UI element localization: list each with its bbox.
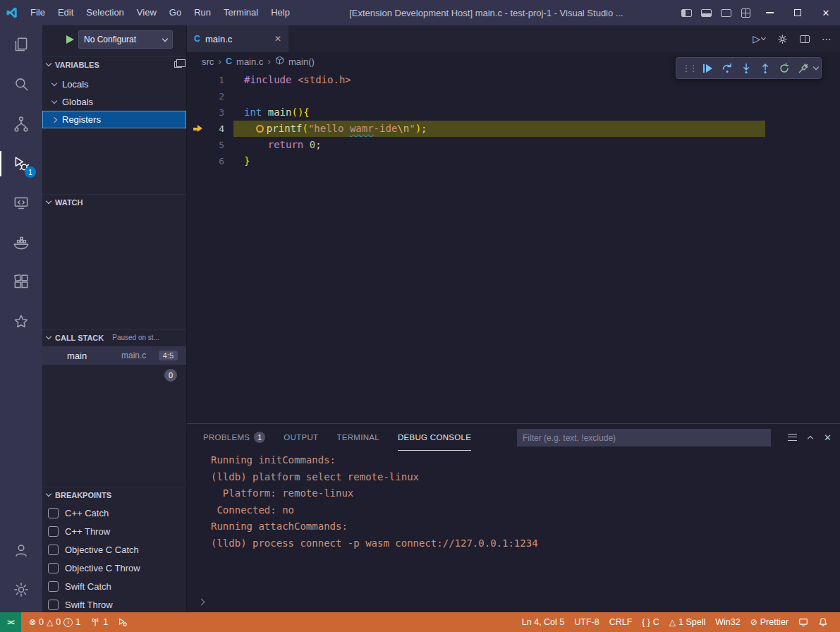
language-indicator[interactable]: { } C	[637, 612, 664, 632]
customize-layout-icon[interactable]	[736, 0, 755, 25]
menu-item[interactable]: View	[130, 0, 163, 25]
source-control-icon[interactable]	[0, 104, 42, 144]
step-over-icon[interactable]	[717, 59, 736, 78]
split-editor-icon[interactable]	[800, 35, 810, 43]
toolbar-drag-handle[interactable]: ⋮⋮	[679, 59, 698, 78]
inline-breakpoint-icon[interactable]	[256, 125, 264, 133]
platform-indicator[interactable]: Win32	[710, 612, 745, 632]
menu-item[interactable]: Selection	[80, 0, 130, 25]
tab-output[interactable]: OUTPUT	[284, 424, 318, 451]
console-input-prompt[interactable]	[199, 595, 204, 607]
code-line[interactable]: 3int main(){	[187, 104, 840, 121]
breakpoint-checkbox[interactable]	[48, 545, 59, 555]
close-tab-icon[interactable]: ✕	[274, 34, 281, 44]
remote-indicator[interactable]: ><	[0, 612, 21, 632]
step-into-icon[interactable]	[736, 59, 755, 78]
disconnect-icon[interactable]	[793, 59, 812, 78]
search-icon[interactable]	[0, 65, 42, 104]
prettier-status[interactable]: ⊘ Prettier	[745, 612, 793, 632]
gutter[interactable]: 2	[187, 88, 244, 104]
call-stack-frame[interactable]: main main.c 4:5	[42, 346, 186, 365]
close-button[interactable]: ✕	[812, 0, 840, 25]
code-lines[interactable]: 1#include <stdio.h>23int main(){4 printf…	[187, 71, 840, 423]
filter-lines-icon[interactable]	[788, 434, 797, 441]
gutter[interactable]: 1	[187, 72, 244, 88]
maximize-panel-icon[interactable]	[808, 436, 813, 442]
breakpoint-item[interactable]: Swift Throw	[42, 595, 186, 614]
menu-item[interactable]: Help	[264, 0, 296, 25]
problems-status[interactable]: ⊗ 0 △ 0 1	[24, 612, 85, 632]
breakpoint-checkbox[interactable]	[48, 508, 59, 518]
code-line[interactable]: 6}	[187, 153, 840, 169]
close-panel-icon[interactable]: ✕	[824, 432, 832, 443]
sections-icon[interactable]	[174, 61, 182, 68]
spell-checker-status[interactable]: △ 1 Spell	[664, 612, 710, 632]
debug-console-output[interactable]: Running initCommands:(lldb) platform sel…	[187, 452, 836, 594]
menu-item[interactable]: Terminal	[217, 0, 264, 25]
ports-status[interactable]: 1	[85, 612, 113, 632]
variables-item-globals[interactable]: Globals	[42, 93, 186, 111]
breadcrumb-folder[interactable]: src	[202, 56, 214, 67]
breakpoint-item[interactable]: Objective C Throw	[42, 559, 186, 577]
restart-icon[interactable]	[774, 59, 793, 78]
code-line[interactable]: 2	[187, 88, 840, 104]
watch-section-header[interactable]: WATCH	[42, 194, 186, 209]
breadcrumb-symbol[interactable]: main()	[288, 56, 315, 67]
settings-gear-icon[interactable]	[0, 570, 42, 609]
notifications-bell-icon[interactable]	[813, 612, 833, 632]
continue-icon[interactable]	[698, 59, 717, 78]
start-debugging-icon[interactable]	[66, 35, 74, 44]
cursor-position[interactable]: Ln 4, Col 5	[517, 612, 569, 632]
docker-icon[interactable]	[0, 223, 42, 262]
menu-item[interactable]: Go	[163, 0, 188, 25]
minimize-button[interactable]	[755, 0, 784, 25]
breakpoint-item[interactable]: Objective C Catch	[42, 540, 186, 559]
breadcrumb-file[interactable]: main.c	[236, 56, 263, 67]
extensions-icon[interactable]	[0, 262, 42, 302]
menu-item[interactable]: Edit	[51, 0, 80, 25]
code-line[interactable]: 5 return 0;	[187, 137, 840, 153]
screen-icon[interactable]	[793, 612, 813, 632]
breakpoint-item[interactable]: C++ Catch	[42, 504, 186, 522]
breakpoint-checkbox[interactable]	[48, 526, 59, 537]
variables-section-header[interactable]: VARIABLES	[42, 56, 186, 72]
more-actions-icon[interactable]: ⋯	[822, 33, 832, 44]
star-icon[interactable]	[0, 302, 42, 341]
gutter[interactable]: 3	[187, 104, 244, 121]
gutter[interactable]: 6	[187, 153, 244, 169]
debug-status[interactable]	[113, 612, 133, 632]
gear-icon[interactable]	[777, 34, 788, 44]
code-line[interactable]: 4 printf("hello wamr-ide\n");	[187, 121, 840, 137]
explorer-icon[interactable]	[0, 25, 42, 65]
menu-item[interactable]: File	[24, 0, 51, 25]
breakpoints-section-header[interactable]: BREAKPOINTS	[42, 487, 186, 502]
menu-item[interactable]: Run	[188, 0, 217, 25]
run-or-debug-icon[interactable]: ▷	[753, 33, 765, 44]
toggle-secondary-sidebar-icon[interactable]	[716, 0, 736, 25]
breakpoint-checkbox[interactable]	[48, 581, 59, 592]
breakpoint-checkbox[interactable]	[48, 563, 59, 573]
gutter[interactable]: 4	[187, 121, 244, 137]
variables-item-registers[interactable]: Registers	[42, 111, 186, 128]
tab-problems[interactable]: PROBLEMS 1	[203, 424, 265, 451]
step-out-icon[interactable]	[755, 59, 774, 78]
debug-config-dropdown[interactable]: No Configurat	[78, 30, 173, 49]
maximize-button[interactable]	[784, 0, 812, 25]
chevron-down-icon[interactable]	[813, 64, 819, 70]
tab-debug-console[interactable]: DEBUG CONSOLE	[398, 424, 471, 451]
breakpoint-item[interactable]: C++ Throw	[42, 522, 186, 540]
toggle-sidebar-icon[interactable]	[676, 0, 696, 25]
console-filter-input[interactable]	[517, 429, 771, 446]
breakpoint-item[interactable]: Swift Catch	[42, 577, 186, 595]
gutter[interactable]: 5	[187, 137, 244, 153]
eol-indicator[interactable]: CRLF	[604, 612, 638, 632]
tab-terminal[interactable]: TERMINAL	[336, 424, 379, 451]
breakpoint-checkbox[interactable]	[48, 600, 59, 610]
toggle-panel-icon[interactable]	[696, 0, 716, 25]
tab-main-c[interactable]: C main.c ✕	[187, 25, 288, 52]
accounts-icon[interactable]	[0, 530, 42, 570]
run-and-debug-icon[interactable]: 1	[0, 144, 42, 183]
encoding-indicator[interactable]: UTF-8	[569, 612, 604, 632]
variables-item-locals[interactable]: Locals	[42, 75, 186, 93]
remote-explorer-icon[interactable]	[0, 183, 42, 223]
